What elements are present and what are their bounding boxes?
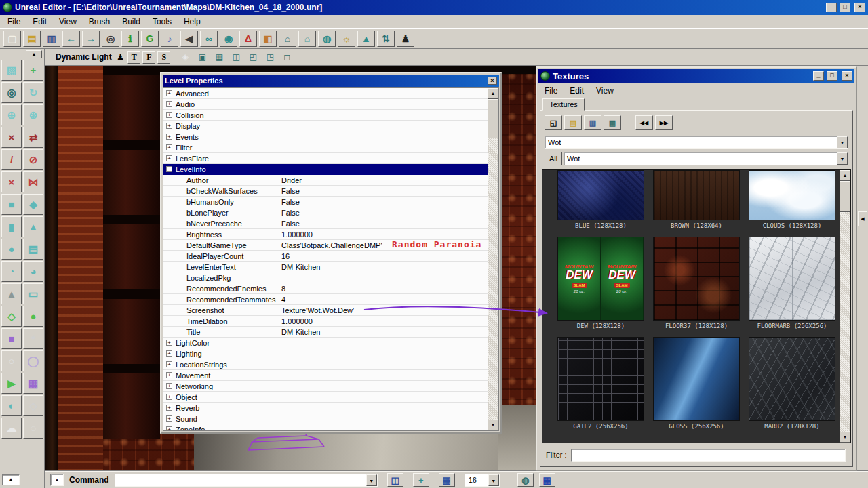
mirror-x-icon[interactable]: ×	[1, 127, 22, 148]
clouds-texture-image[interactable]	[749, 170, 835, 220]
prev-group-icon[interactable]: ◀◀	[635, 115, 653, 130]
property-group-row[interactable]: + Networking	[163, 381, 488, 392]
marb2-texture-image[interactable]	[749, 337, 835, 421]
tab-textures[interactable]: Textures	[542, 98, 585, 111]
clip-split-icon[interactable]: ⊘	[23, 149, 43, 170]
menu-item[interactable]: View	[590, 84, 620, 98]
palette-scroll-up-icon[interactable]: ▲	[26, 50, 42, 58]
close-icon[interactable]: ×	[842, 71, 852, 81]
expand-plus-icon[interactable]: +	[166, 372, 172, 378]
sphere-brush-icon[interactable]: ●	[1, 239, 22, 260]
brown-texture-image[interactable]	[653, 170, 740, 220]
expand-plus-icon[interactable]: +	[166, 112, 172, 118]
minimize-icon[interactable]: _	[813, 71, 824, 81]
property-group-row[interactable]: + LocationStrings	[163, 359, 488, 370]
half-shade-icon[interactable]: ◐	[1, 395, 22, 416]
goal-icon[interactable]: G	[141, 30, 159, 47]
translate-tool-icon[interactable]: ⊕	[1, 104, 22, 125]
maximize-icon[interactable]: □	[827, 71, 837, 81]
texture-tile-clouds[interactable]: CLOUDS (128X128)	[749, 170, 835, 229]
grid2-icon[interactable]: ▦	[539, 473, 555, 487]
cylinder-brush-icon[interactable]: ▮	[1, 216, 22, 237]
property-value[interactable]: 16	[277, 252, 488, 260]
property-group-row[interactable]: + Lighting	[163, 348, 488, 359]
menu-item[interactable]: View	[53, 15, 83, 28]
floor37-texture-image[interactable]	[653, 237, 740, 321]
chevron-down-icon[interactable]: ▼	[837, 136, 848, 148]
paint-icon[interactable]: ◧	[259, 30, 277, 47]
property-value[interactable]: Texture'Wot.Wot.Dew'	[277, 306, 488, 314]
property-row[interactable]: Author Drider	[163, 175, 488, 186]
property-row[interactable]: RecommendedTeammates 4	[163, 294, 488, 305]
mirror-y-icon[interactable]: ⇄	[23, 127, 43, 148]
property-row[interactable]: bLonePlayer False	[163, 207, 488, 218]
menu-item[interactable]: Edit	[26, 15, 53, 28]
property-value[interactable]: False	[277, 220, 488, 228]
property-row[interactable]: LocalizedPkg	[163, 272, 488, 283]
texture-grid-scrollbar[interactable]: ▲ ▼	[840, 170, 850, 443]
property-group-row[interactable]: + Filter	[163, 142, 488, 153]
add-special-icon[interactable]: ○	[1, 350, 22, 371]
save-map-icon[interactable]: ▥	[43, 30, 60, 47]
crosshair-icon[interactable]: +	[413, 473, 429, 487]
grid-size-dropdown[interactable]: 16 ▼	[465, 474, 500, 487]
texture-tile-marb2[interactable]: MARB2 (128X128)	[749, 337, 835, 430]
texture-align-button[interactable]: T	[127, 51, 140, 64]
expand-plus-icon[interactable]: +	[166, 340, 172, 346]
next-group-icon[interactable]: ▶▶	[655, 115, 673, 130]
dock-browser-icon[interactable]: ◱	[545, 115, 562, 130]
link-icon[interactable]: ∞	[200, 30, 218, 47]
corner-tr-icon[interactable]: ◳	[262, 50, 277, 64]
command-combo[interactable]: ▼	[115, 474, 378, 487]
property-group-levelinfo[interactable]: − LevelInfo	[163, 164, 488, 175]
terrain-brush-icon[interactable]: ▲	[1, 283, 22, 304]
property-row[interactable]: bCheckWalkSurfaces False	[163, 186, 488, 197]
mesh-browser-icon[interactable]: ▲	[357, 30, 375, 47]
camera-mode-icon[interactable]: ▧	[1, 60, 22, 81]
chevron-down-icon[interactable]: ▼	[837, 152, 848, 165]
scroll-down-icon[interactable]: ▼	[840, 432, 850, 443]
menu-item[interactable]: Brush	[83, 15, 116, 28]
cloud-brush-icon[interactable]: ☁	[1, 418, 22, 439]
history-scroll-icon[interactable]: ▲	[50, 474, 64, 486]
eye-icon[interactable]: ◉	[220, 30, 237, 47]
property-group-row[interactable]: + Reverb	[163, 403, 488, 413]
save-package-icon[interactable]: ▥	[584, 115, 601, 130]
property-row[interactable]: IdealPlayerCount 16	[163, 251, 488, 262]
property-value[interactable]: 8	[277, 285, 488, 293]
undo-icon[interactable]: ←	[62, 30, 80, 47]
expand-plus-icon[interactable]: +	[166, 394, 172, 400]
rotate-tool-icon[interactable]: ↻	[23, 82, 43, 103]
property-row[interactable]: Brightness 1.000000	[163, 229, 488, 240]
property-value[interactable]: DM-Kitchen	[277, 328, 488, 336]
property-group-row[interactable]: + Events	[163, 131, 488, 142]
property-value[interactable]: 1.000000	[277, 317, 488, 325]
split-view-icon[interactable]: ◫	[229, 50, 243, 64]
add-brush-icon[interactable]: ◇	[1, 306, 22, 327]
blue-texture-image[interactable]	[557, 170, 644, 220]
property-group-row[interactable]: + LensFlare	[163, 153, 488, 164]
group-dropdown[interactable]: Wot ▼	[564, 152, 848, 165]
property-value[interactable]: False	[277, 187, 488, 195]
curved-stairs-brush-icon[interactable]: ◔	[1, 261, 22, 282]
scrollbar-thumb[interactable]	[840, 181, 850, 212]
command-input[interactable]	[115, 474, 366, 486]
scroll-down-icon[interactable]: ▼	[488, 420, 498, 430]
property-row[interactable]: bHumansOnly False	[163, 197, 488, 207]
intersect-brush-icon[interactable]: ■	[1, 328, 22, 349]
texture-grid[interactable]: BLUE (128X128) BROWN (128X64) CLOUDS (12…	[542, 169, 851, 443]
collapse-panel-icon[interactable]: ◀	[858, 211, 867, 226]
menu-item[interactable]: Tools	[146, 15, 178, 28]
gate2-texture-image[interactable]	[557, 337, 644, 421]
stairs-brush-icon[interactable]: ▤	[23, 239, 43, 260]
property-row[interactable]: LevelEnterText DM-Kitchen	[163, 262, 488, 272]
search-actor-icon[interactable]: ◎	[102, 30, 119, 47]
texture-tile-brown[interactable]: BROWN (128X64)	[653, 170, 740, 229]
property-group-row[interactable]: + Advanced	[163, 88, 488, 99]
property-value[interactable]: False	[277, 198, 488, 206]
deintersect-brush-icon[interactable]: *	[23, 328, 43, 349]
open-map-icon[interactable]: ▤	[23, 30, 41, 47]
property-group-row[interactable]: + Movement	[163, 370, 488, 381]
expand-plus-icon[interactable]: +	[166, 426, 172, 430]
property-value[interactable]: Drider	[277, 176, 488, 184]
